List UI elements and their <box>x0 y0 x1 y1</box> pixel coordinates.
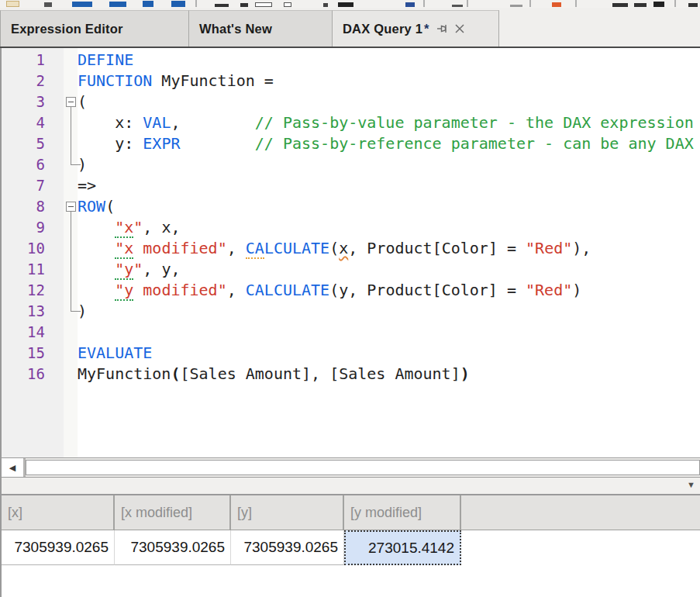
code-line-12[interactable]: "y modified", CALCULATE(y, Product[Color… <box>78 280 700 301</box>
code-line-3[interactable]: ( <box>78 91 700 112</box>
toolbar-icon-fragment[interactable] <box>240 3 248 7</box>
line-number: 4 <box>2 112 45 133</box>
toolbar-icon-fragment[interactable] <box>510 5 522 7</box>
tab-whats-new[interactable]: What's New <box>189 10 333 47</box>
code-line-4[interactable]: x: VAL, // Pass-by-value parameter - the… <box>78 112 700 133</box>
toolbar-icon-fragment[interactable] <box>405 2 415 7</box>
toolbar-icon-fragment[interactable] <box>423 0 425 7</box>
toolbar-icon-fragment[interactable] <box>338 2 353 7</box>
column-header-y[interactable]: [y] <box>231 495 344 530</box>
toolbar-icon-fragment[interactable] <box>688 3 698 7</box>
results-empty-area <box>2 565 700 597</box>
fold-guide-line <box>71 107 71 164</box>
toolbar-icon-fragment[interactable] <box>143 1 153 7</box>
toolbar-icon-fragment[interactable] <box>44 2 52 7</box>
code-line-10[interactable]: "x modified", CALCULATE(x, Product[Color… <box>78 238 700 259</box>
results-data-row: 7305939.02657305939.02657305939.02652730… <box>2 530 700 565</box>
tab-dirty-indicator: * <box>424 22 429 36</box>
code-text[interactable]: DEFINEFUNCTION MyFunction =( x: VAL, // … <box>78 50 700 385</box>
toolbar-icon-fragment[interactable] <box>6 1 19 7</box>
toolbar-icon-fragment[interactable] <box>323 3 328 7</box>
line-number: 8 <box>2 196 45 217</box>
results-splitter-strip[interactable]: ▼ <box>0 478 700 494</box>
line-numbers: 12345678910111213141516 <box>2 50 45 385</box>
line-number: 16 <box>2 364 45 385</box>
code-line-2[interactable]: FUNCTION MyFunction = <box>78 71 700 91</box>
code-line-1[interactable]: DEFINE <box>78 50 700 71</box>
toolbar-icon-fragment[interactable] <box>575 0 577 7</box>
code-line-8[interactable]: ROW( <box>78 196 700 217</box>
fold-collapse-button[interactable] <box>66 97 76 107</box>
document-tab-bar: Expression EditorWhat's NewDAX Query 1* <box>0 8 700 47</box>
fold-guide-line <box>71 212 71 311</box>
code-line-13[interactable]: ) <box>78 301 700 322</box>
results-grid: [x][x modified][y][y modified] 7305939.0… <box>0 494 700 597</box>
result-cell[interactable]: 7305939.0265 <box>2 530 115 565</box>
column-header-filler <box>461 495 700 530</box>
column-header-xmodified[interactable]: [x modified] <box>115 495 231 530</box>
results-dropdown-arrow-icon[interactable]: ▼ <box>687 480 695 489</box>
toolbar-icon-fragment[interactable] <box>109 2 126 7</box>
line-number: 10 <box>2 238 45 259</box>
line-number: 12 <box>2 280 45 301</box>
close-icon[interactable] <box>454 23 465 34</box>
column-header-x[interactable]: [x] <box>2 495 115 530</box>
code-line-6[interactable]: ) <box>78 154 700 175</box>
toolbar-icon-fragment[interactable] <box>72 2 92 7</box>
line-number: 15 <box>2 343 45 364</box>
editor-horizontal-scrollbar[interactable]: ◀ <box>0 457 700 478</box>
toolbar-icon-fragment[interactable] <box>653 2 664 7</box>
line-number: 2 <box>2 71 45 91</box>
line-number: 5 <box>2 133 45 154</box>
code-line-15[interactable]: EVALUATE <box>78 343 700 364</box>
toolbar-icon-fragment[interactable] <box>634 3 647 7</box>
toolbar-icon-fragment[interactable] <box>195 0 197 7</box>
tab-label: Expression Editor <box>11 22 123 36</box>
dax-studio-window: { "toolbar": { "fragments": [ {"x":8,"w"… <box>0 0 700 597</box>
toolbar-icon-fragment[interactable] <box>284 2 291 7</box>
fold-end-tick <box>71 164 81 165</box>
tab-expression-editor[interactable]: Expression Editor <box>0 10 189 47</box>
toolbar-icon-fragment[interactable] <box>467 0 468 7</box>
line-number: 1 <box>2 50 45 71</box>
toolbar-icon-fragment[interactable] <box>552 2 561 7</box>
code-line-9[interactable]: "x", x, <box>78 217 700 238</box>
code-line-5[interactable]: y: EXPR // Pass-by-reference parameter -… <box>78 133 700 154</box>
scroll-left-button[interactable]: ◀ <box>2 458 26 477</box>
dax-code-editor[interactable]: 12345678910111213141516 DEFINEFUNCTION M… <box>0 48 700 457</box>
toolbar-icon-fragment[interactable] <box>255 2 272 7</box>
scrollbar-thumb[interactable] <box>26 460 700 475</box>
toolbar-icon-fragment[interactable] <box>674 0 676 7</box>
code-line-14[interactable] <box>78 322 700 343</box>
code-line-16[interactable]: MyFunction([Sales Amount], [Sales Amount… <box>78 364 700 385</box>
toolbar-icon-fragment[interactable] <box>529 0 531 7</box>
toolbar-icon-fragment[interactable] <box>452 5 463 7</box>
column-header-ymodified[interactable]: [y modified] <box>344 495 461 530</box>
line-number: 9 <box>2 217 45 238</box>
pin-icon[interactable] <box>437 23 450 34</box>
result-cell[interactable]: 7305939.0265 <box>115 530 231 565</box>
line-number: 7 <box>2 175 45 196</box>
tab-label: DAX Query 1 <box>343 22 422 36</box>
tab-label: What's New <box>199 22 272 36</box>
result-row-filler <box>461 530 700 565</box>
line-number: 3 <box>2 91 45 112</box>
scroll-left-arrow-icon: ◀ <box>9 463 16 473</box>
line-number: 14 <box>2 322 45 343</box>
code-line-7[interactable]: => <box>78 175 700 196</box>
toolbar-icon-fragment[interactable] <box>215 4 229 7</box>
tab-dax-query-1[interactable]: DAX Query 1* <box>333 10 499 47</box>
line-number: 13 <box>2 301 45 322</box>
result-cell-selected[interactable]: 273015.4142 <box>344 530 461 565</box>
fold-end-tick <box>71 311 81 312</box>
toolbar-strip <box>0 0 700 8</box>
result-cell[interactable]: 7305939.0265 <box>231 530 344 565</box>
code-line-11[interactable]: "y", y, <box>78 259 700 280</box>
toolbar-icon-fragment[interactable] <box>171 1 185 7</box>
results-header-row: [x][x modified][y][y modified] <box>2 495 700 530</box>
fold-collapse-button[interactable] <box>66 202 76 212</box>
line-number: 11 <box>2 259 45 280</box>
toolbar-icon-fragment[interactable] <box>612 3 628 7</box>
line-number: 6 <box>2 154 45 175</box>
